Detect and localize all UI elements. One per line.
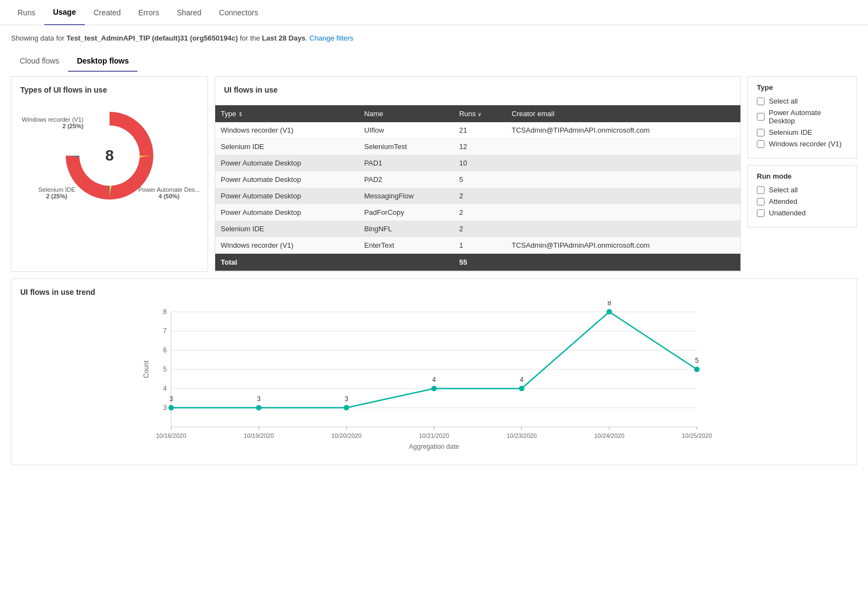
col-email[interactable]: Creator email [506, 105, 740, 122]
y-axis-label: Count [142, 360, 150, 378]
data-point [519, 386, 525, 391]
trend-card: UI flows in use trend 345678CountAggrega… [11, 278, 857, 465]
cell-type: Power Automate Desktop [215, 172, 359, 188]
chart-area: 345678CountAggregation date10/16/202010/… [20, 301, 848, 456]
run-mode-filter-label: Select all [769, 186, 798, 194]
x-tick-label: 10/24/2020 [594, 432, 624, 439]
y-tick-label: 3 [163, 404, 167, 412]
donut-container: 8 Windows recorder (V1)2 (25%) Selenium … [20, 101, 199, 210]
cell-name: SeleniumTest [359, 139, 453, 155]
col-name[interactable]: Name [359, 105, 453, 122]
type-filter-label: Windows recorder (V1) [769, 140, 842, 148]
table-row[interactable]: Power Automate Desktop MessagingFlow 2 [215, 188, 740, 204]
trend-card-title: UI flows in use trend [20, 288, 848, 296]
cell-type: Power Automate Desktop [215, 155, 359, 172]
type-filter-checkbox[interactable] [757, 113, 764, 121]
cell-type: Windows recorder (V1) [215, 237, 359, 254]
nav-item-runs[interactable]: Runs [9, 1, 44, 25]
table-total-row: Total 55 [215, 254, 740, 271]
cell-email: TCSAdmin@TIPAdminAPI.onmicrosoft.com [506, 237, 740, 254]
data-label: 3 [169, 395, 173, 403]
type-filter-checkbox[interactable] [757, 129, 764, 136]
cell-type: Power Automate Desktop [215, 204, 359, 221]
data-label: 4 [432, 376, 436, 384]
info-middle: for the [238, 34, 262, 42]
table-row[interactable]: Windows recorder (V1) EnterText 1 TCSAdm… [215, 237, 740, 254]
cell-name: EnterText [359, 237, 453, 254]
org-name: Test_test_AdminAPI_TIP (default)31 (org5… [66, 34, 238, 42]
change-filters-link[interactable]: Change filters [309, 34, 353, 42]
cell-runs: 2 [453, 221, 506, 237]
flow-tab-cloud-flows[interactable]: Cloud flows [11, 51, 68, 72]
data-label: 5 [695, 357, 699, 364]
run-mode-filter-item[interactable]: Attended [757, 197, 848, 206]
cell-runs: 1 [453, 237, 506, 254]
data-label: 3 [257, 395, 261, 403]
donut-label-windows: Windows recorder (V1)2 (25%) [22, 116, 83, 129]
info-bar: Showing data for Test_test_AdminAPI_TIP … [0, 25, 868, 51]
period: Last 28 Days [262, 34, 306, 42]
type-filter-item[interactable]: Selenium IDE [757, 128, 848, 136]
type-filter-label: Selenium IDE [769, 128, 812, 136]
col-runs[interactable]: Runs ∨ [453, 105, 506, 122]
col-type[interactable]: Type ⇕ [215, 105, 359, 122]
filter-panel: Type Select allPower Automate DesktopSel… [748, 76, 857, 272]
type-filter-items: Select allPower Automate DesktopSelenium… [757, 97, 848, 148]
run-mode-filter-checkbox[interactable] [757, 198, 764, 206]
total-value: 55 [453, 254, 506, 271]
table-header-row: Type ⇕ Name Runs ∨ Creator email [215, 105, 740, 122]
data-point [256, 405, 262, 410]
run-mode-filter-item[interactable]: Select all [757, 186, 848, 194]
trend-line [171, 312, 697, 408]
flow-tabs: Cloud flowsDesktop flows [0, 51, 868, 72]
cell-runs: 21 [453, 122, 506, 139]
type-filter-item[interactable]: Windows recorder (V1) [757, 140, 848, 148]
cell-type: Windows recorder (V1) [215, 122, 359, 139]
run-mode-filter-title: Run mode [757, 172, 848, 180]
ui-flows-table: Type ⇕ Name Runs ∨ Creator email Windows… [215, 105, 740, 271]
table-card-title: UI flows in use [215, 77, 740, 99]
nav-item-errors[interactable]: Errors [130, 1, 168, 25]
cell-name: PAD2 [359, 172, 453, 188]
type-filter-checkbox[interactable] [757, 140, 764, 148]
run-mode-filter-label: Attended [769, 197, 797, 206]
total-empty2 [506, 254, 740, 271]
table-card: UI flows in use Type ⇕ Name Runs ∨ Creat… [215, 76, 741, 272]
type-filter-item[interactable]: Select all [757, 97, 848, 105]
data-point [694, 367, 700, 372]
flow-tab-desktop-flows[interactable]: Desktop flows [68, 51, 137, 72]
type-filter-checkbox[interactable] [757, 98, 764, 105]
run-mode-filter-checkbox[interactable] [757, 186, 764, 194]
table-row[interactable]: Power Automate Desktop PadForCopy 2 [215, 204, 740, 221]
table-row[interactable]: Selenium IDE SeleniumTest 12 [215, 139, 740, 155]
y-tick-label: 7 [163, 327, 167, 335]
cell-name: UIflow [359, 122, 453, 139]
nav-item-connectors[interactable]: Connectors [210, 1, 267, 25]
run-mode-filter-label: Unattended [769, 209, 806, 217]
data-label: 4 [520, 376, 524, 384]
y-tick-label: 6 [163, 346, 167, 354]
cell-email [506, 172, 740, 188]
cell-type: Selenium IDE [215, 221, 359, 237]
nav-item-shared[interactable]: Shared [168, 1, 210, 25]
cell-email [506, 188, 740, 204]
y-tick-label: 5 [163, 366, 167, 373]
table-row[interactable]: Power Automate Desktop PAD1 10 [215, 155, 740, 172]
cell-email [506, 221, 740, 237]
nav-item-usage[interactable]: Usage [44, 0, 85, 25]
nav-item-created[interactable]: Created [85, 1, 130, 25]
cell-email [506, 204, 740, 221]
run-mode-filter-checkbox[interactable] [757, 209, 764, 217]
donut-wrap: 8 Windows recorder (V1)2 (25%) Selenium … [55, 101, 164, 210]
x-tick-label: 10/23/2020 [507, 432, 537, 439]
run-mode-filter-item[interactable]: Unattended [757, 209, 848, 217]
donut-card-title: Types of UI flows in use [20, 85, 199, 94]
table-row[interactable]: Selenium IDE BingNFL 2 [215, 221, 740, 237]
data-point [607, 309, 612, 315]
cell-runs: 2 [453, 188, 506, 204]
cell-email: TCSAdmin@TIPAdminAPI.onmicrosoft.com [506, 122, 740, 139]
table-row[interactable]: Power Automate Desktop PAD2 5 [215, 172, 740, 188]
y-tick-label: 4 [163, 385, 167, 392]
type-filter-item[interactable]: Power Automate Desktop [757, 109, 848, 125]
table-row[interactable]: Windows recorder (V1) UIflow 21 TCSAdmin… [215, 122, 740, 139]
